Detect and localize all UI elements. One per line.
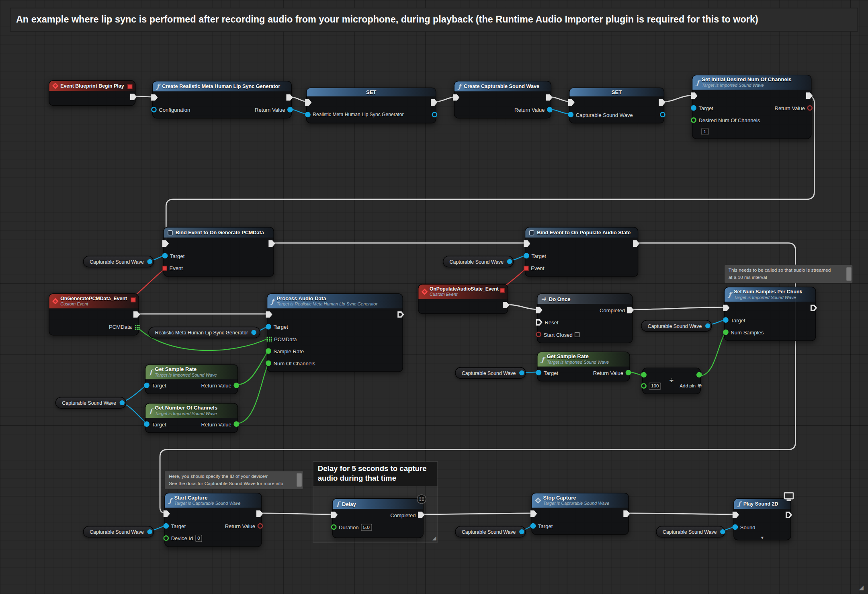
exec-out-pin[interactable] <box>268 240 275 247</box>
event-delegate-pin[interactable] <box>524 266 528 270</box>
exec-out-pin[interactable] <box>623 510 630 517</box>
target-pin[interactable] <box>723 317 729 323</box>
target-pin[interactable] <box>536 370 541 375</box>
object-out-pin[interactable] <box>507 259 512 264</box>
object-out-pin[interactable] <box>119 400 124 405</box>
node-create-capturable-sound-wave[interactable]: ƒ Create Capturable Sound Wave Return Va… <box>454 81 551 119</box>
node-get-number-of-channels[interactable]: ƒ Get Number Of Channels Target is Impor… <box>145 403 238 433</box>
exec-in-pin[interactable] <box>536 307 542 313</box>
node-do-once[interactable]: ⇉ Do Once Completed Reset Start Closed <box>537 293 633 343</box>
exec-in-pin[interactable] <box>530 510 537 517</box>
device-id-input[interactable]: 0 <box>195 535 203 542</box>
exec-in-pin[interactable] <box>723 305 730 311</box>
target-pin[interactable] <box>691 105 696 111</box>
variable-capturable-sound-wave[interactable]: Capturable Sound Wave <box>455 367 526 379</box>
sample-rate-pin[interactable] <box>266 348 271 354</box>
desired-num-of-channels-pin[interactable] <box>691 117 696 123</box>
delegate-pin[interactable] <box>127 84 132 89</box>
sound-pin[interactable] <box>732 524 738 530</box>
node-delay[interactable]: ☷ ƒ Delay Completed Duration5.0 <box>332 498 424 538</box>
exec-out-pin[interactable] <box>659 99 665 106</box>
add-pin-button[interactable]: ⊕ <box>697 383 702 389</box>
return-value-pin[interactable] <box>258 523 263 529</box>
exec-in-pin[interactable] <box>305 99 312 106</box>
completed-exec-out-pin[interactable] <box>627 307 634 313</box>
exec-out-pin[interactable] <box>811 305 817 311</box>
target-pin[interactable] <box>524 253 529 259</box>
variable-capturable-sound-wave[interactable]: Capturable Sound Wave <box>55 397 126 409</box>
pcmdata-array-pin[interactable] <box>266 336 272 342</box>
divide-input-b-value[interactable]: 100 <box>649 382 661 389</box>
object-out-pin[interactable] <box>147 259 152 264</box>
node-bind-event-populate-audio-state[interactable]: Bind Event to On Populate Audio State Ta… <box>525 227 638 277</box>
object-out-pin[interactable] <box>705 323 710 328</box>
blueprint-canvas[interactable]: An example where lip sync is performed a… <box>0 0 868 594</box>
node-get-sample-rate-1[interactable]: ƒ Get Sample Rate Target is Imported Sou… <box>145 364 238 394</box>
target-pin[interactable] <box>266 324 271 330</box>
return-value-pin[interactable] <box>807 105 813 111</box>
reset-exec-in-pin[interactable] <box>536 319 542 326</box>
divide-output-pin[interactable] <box>696 372 702 378</box>
exec-out-pin[interactable] <box>633 240 640 247</box>
exec-out-pin[interactable] <box>806 92 813 99</box>
desired-num-of-channels-input[interactable]: 1 <box>701 128 708 135</box>
exec-in-pin[interactable] <box>331 512 338 518</box>
num-samples-pin[interactable] <box>723 330 729 335</box>
return-value-pin[interactable] <box>233 421 239 427</box>
variable-capturable-sound-wave[interactable]: Capturable Sound Wave <box>83 526 154 538</box>
variable-capturable-sound-wave[interactable]: Capturable Sound Wave <box>455 526 526 538</box>
variable-capturable-sound-wave[interactable]: Capturable Sound Wave <box>83 256 154 267</box>
exec-in-pin[interactable] <box>732 512 739 518</box>
delegate-pin[interactable] <box>131 297 135 302</box>
node-on-populate-audio-state-event[interactable]: OnPopulateAudioState_Event Custom Event <box>418 284 508 314</box>
configuration-pin[interactable] <box>151 107 157 113</box>
exec-out-pin[interactable] <box>133 311 140 318</box>
variable-capturable-sound-wave[interactable]: Capturable Sound Wave <box>443 256 514 267</box>
variable-capturable-sound-wave[interactable]: Capturable Sound Wave <box>656 526 725 538</box>
target-pin[interactable] <box>163 523 169 529</box>
expand-node-chevron[interactable]: ▾ <box>734 535 791 540</box>
node-set-sound-wave[interactable]: SET Capturable Sound Wave <box>569 88 664 124</box>
return-value-pin[interactable] <box>547 107 553 113</box>
num-of-channels-pin[interactable] <box>266 360 271 366</box>
return-value-pin[interactable] <box>626 370 631 375</box>
variable-realistic-generator[interactable]: Realistic Meta Human Lip Sync Generator <box>148 327 260 338</box>
object-out-pin[interactable] <box>519 371 524 375</box>
pcmdata-array-pin[interactable] <box>134 324 140 330</box>
exec-in-pin[interactable] <box>568 99 575 106</box>
node-set-num-samples-per-chunk[interactable]: ƒ Set Num Samples Per Chunk Target is Im… <box>724 287 816 341</box>
exec-in-pin[interactable] <box>162 240 169 247</box>
variable-out-pin[interactable] <box>432 112 437 117</box>
variable-in-pin[interactable] <box>305 112 311 117</box>
target-pin[interactable] <box>530 523 536 529</box>
node-event-begin-play[interactable]: Event Blueprint Begin Play <box>49 80 135 106</box>
node-stop-capture[interactable]: Stop Capture Target is Capturable Sound … <box>531 493 628 535</box>
exec-out-pin[interactable] <box>130 94 137 100</box>
node-on-generate-pcmdata-event[interactable]: OnGeneratePCMData_Event Custom Event PCM… <box>49 293 139 336</box>
delegate-pin[interactable] <box>500 288 505 293</box>
exec-in-pin[interactable] <box>453 94 460 101</box>
node-process-audio-data[interactable]: ƒ Process Audio Data Target is Realistic… <box>267 293 403 372</box>
exec-out-pin[interactable] <box>431 99 438 106</box>
variable-capturable-sound-wave[interactable]: Capturable Sound Wave <box>641 320 712 332</box>
node-set-generator[interactable]: SET Realistic Meta Human Lip Sync Genera… <box>306 88 436 124</box>
return-value-pin[interactable] <box>287 107 293 113</box>
completed-exec-out-pin[interactable] <box>418 512 425 518</box>
node-bind-event-generate-pcmdata[interactable]: Bind Event to On Generate PCMData Target… <box>163 227 274 277</box>
node-divide[interactable]: ÷ 100 Add pin⊕ <box>642 368 701 394</box>
exec-in-pin[interactable] <box>266 311 272 318</box>
exec-in-pin[interactable] <box>163 510 170 517</box>
object-out-pin[interactable] <box>252 330 256 335</box>
node-create-lipsync-generator[interactable]: ƒ Create Realistic Meta Human Lip Sync G… <box>152 81 292 119</box>
exec-out-pin[interactable] <box>286 94 293 101</box>
comment-resize-handle[interactable]: ◢ <box>432 536 436 541</box>
exec-out-pin[interactable] <box>256 510 263 517</box>
start-closed-pin[interactable] <box>536 332 541 337</box>
event-delegate-pin[interactable] <box>162 266 167 270</box>
node-start-capture[interactable]: ƒ Start Capture Target is Capturable Sou… <box>164 493 262 547</box>
duration-pin[interactable] <box>331 524 337 530</box>
comment-delay-header[interactable]: Delay for 5 seconds to capture audio dur… <box>313 462 438 486</box>
variable-in-pin[interactable] <box>568 112 573 117</box>
object-out-pin[interactable] <box>519 529 524 534</box>
exec-out-pin[interactable] <box>546 94 553 101</box>
